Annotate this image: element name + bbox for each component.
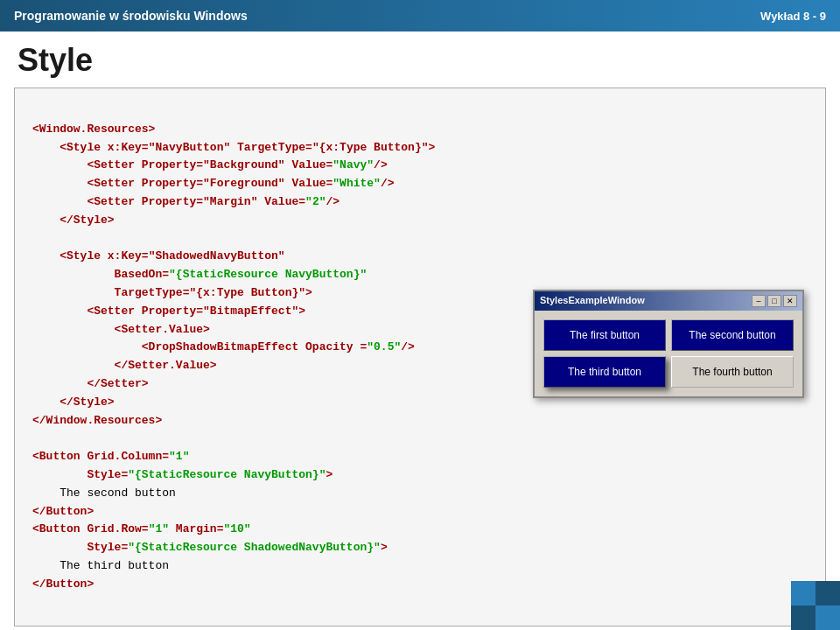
code-line-16: </Window.Resources> xyxy=(32,414,162,427)
code-line-21: <Button Grid.Row="1" Margin="10" xyxy=(32,522,251,536)
preview-body: The first button The second button The t… xyxy=(535,311,802,396)
restore-button[interactable]: □ xyxy=(767,295,781,307)
code-line-15: </Style> xyxy=(32,396,115,409)
lecture-label: Wykład 8 - 9 xyxy=(760,10,826,23)
deco-sq-3 xyxy=(791,606,816,630)
preview-first-button[interactable]: The first button xyxy=(543,319,666,351)
preview-second-button[interactable]: The second button xyxy=(671,319,794,351)
page-title: Style xyxy=(0,32,840,88)
code-line-6: </Style> xyxy=(32,214,115,227)
code-line-11: <Setter.Value> xyxy=(32,323,210,336)
code-line-2: <Style x:Key="NavyButton" TargetType="{x… xyxy=(32,141,435,154)
code-line-23: The third button xyxy=(32,559,169,572)
code-line-20: </Button> xyxy=(32,505,94,518)
minimize-button[interactable]: – xyxy=(752,295,766,307)
preview-window-title: StylesExampleWindow xyxy=(540,293,645,309)
code-line-22: Style="{StaticResource ShadowedNavyButto… xyxy=(32,541,388,554)
code-line-9: TargetType="{x:Type Button}"> xyxy=(32,286,312,299)
code-line-18: Style="{StaticResource NavyButton}"> xyxy=(32,468,332,481)
code-line-13: </Setter.Value> xyxy=(32,359,217,372)
code-line-4: <Setter Property="Foreground" Value="Whi… xyxy=(32,177,395,190)
bottom-decoration xyxy=(791,581,840,630)
code-line-19: The second button xyxy=(32,486,176,500)
code-line-3: <Setter Property="Background" Value="Nav… xyxy=(32,158,388,172)
deco-sq-1 xyxy=(791,581,816,606)
code-line-5: <Setter Property="Margin" Value="2"/> xyxy=(32,195,340,208)
code-line-24: </Button> xyxy=(32,578,94,591)
close-button[interactable]: ✕ xyxy=(783,295,797,307)
preview-window-controls: – □ ✕ xyxy=(752,295,797,307)
header-bar: Programowanie w środowisku Windows Wykła… xyxy=(0,0,840,32)
code-line-17: <Button Grid.Column="1" xyxy=(32,450,189,463)
code-line-1: <Window.Resources> xyxy=(32,122,155,136)
code-line-8: BasedOn="{StaticResource NavyButton}" xyxy=(32,268,367,281)
preview-window: StylesExampleWindow – □ ✕ The first butt… xyxy=(533,290,804,398)
main-content: <Window.Resources> <Style x:Key="NavyBut… xyxy=(14,88,826,626)
code-line-10: <Setter Property="BitmapEffect"> xyxy=(32,304,305,318)
deco-sq-2 xyxy=(816,581,840,606)
deco-sq-4 xyxy=(816,606,840,630)
code-line-14: </Setter> xyxy=(32,377,149,390)
preview-titlebar: StylesExampleWindow – □ ✕ xyxy=(535,291,802,311)
preview-fourth-button[interactable]: The fourth button xyxy=(671,356,794,388)
code-line-7: <Style x:Key="ShadowedNavyButton" xyxy=(32,249,285,262)
preview-third-button[interactable]: The third button xyxy=(543,356,666,388)
header-title: Programowanie w środowisku Windows xyxy=(14,9,248,23)
code-line-12: <DropShadowBitmapEffect Opacity ="0.5"/> xyxy=(32,340,415,354)
